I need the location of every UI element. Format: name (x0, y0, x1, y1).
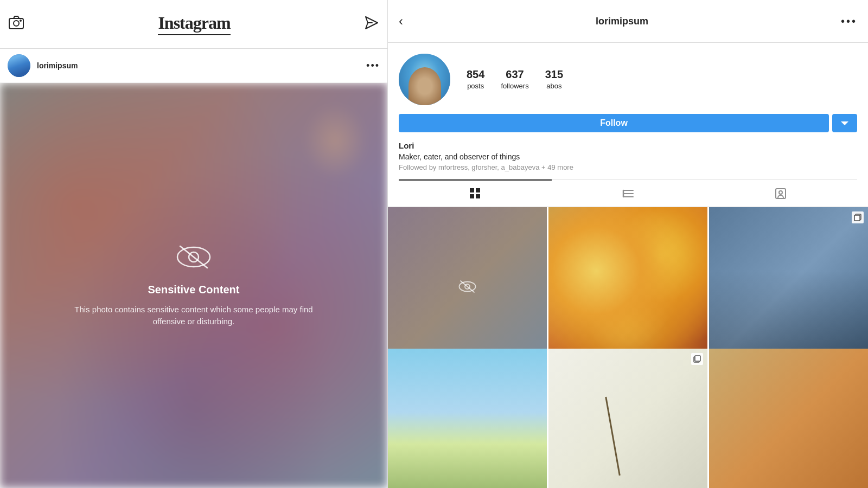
back-button[interactable]: ‹ (399, 14, 403, 29)
follow-button[interactable]: Follow (399, 114, 829, 132)
send-icon[interactable] (365, 16, 379, 33)
grid-item-landscape[interactable] (388, 349, 547, 488)
svg-marker-8 (841, 121, 848, 125)
svg-rect-12 (476, 194, 480, 198)
profile-bio: Maker, eater, and observer of things (399, 152, 857, 161)
grid-item-food[interactable] (548, 207, 707, 366)
camera-icon[interactable] (9, 15, 24, 33)
profile-section: 854 posts 637 followers 315 abos Follow (388, 43, 868, 207)
photo-grid (388, 207, 868, 488)
multi-photo-badge-2 (691, 353, 703, 365)
tagged-icon (774, 187, 787, 200)
grid-icon (469, 187, 482, 200)
multi-photo-icon (854, 214, 861, 221)
posts-label: posts (467, 82, 484, 90)
followers-count: 637 (501, 68, 528, 81)
followers-label: followers (501, 82, 528, 90)
profile-name: Lori (399, 141, 857, 150)
sensitive-description: This photo contains sensitive content wh… (69, 304, 318, 328)
stat-posts: 854 posts (467, 68, 484, 91)
sensitive-title: Sensitive Content (69, 284, 318, 296)
grid-item-group[interactable] (709, 207, 868, 366)
svg-point-18 (779, 191, 782, 194)
tab-list[interactable] (552, 179, 705, 207)
svg-rect-9 (470, 188, 474, 192)
grid-item-sensitive[interactable] (388, 207, 547, 366)
stat-following: 315 abos (545, 68, 563, 91)
posts-count: 854 (467, 68, 484, 81)
grid-item-food2[interactable] (709, 349, 868, 488)
following-count: 315 (545, 68, 563, 81)
post-more-button[interactable]: ••• (366, 60, 380, 72)
eye-slash-grid-icon (458, 280, 477, 293)
profile-top: 854 posts 637 followers 315 abos (399, 54, 857, 105)
eye-slash-icon (175, 243, 213, 271)
svg-point-1 (14, 21, 19, 26)
grid-item-plant[interactable] (548, 349, 707, 488)
svg-rect-11 (470, 194, 474, 198)
svg-rect-26 (695, 356, 700, 361)
post-avatar[interactable] (8, 54, 30, 77)
right-header: ‹ lorimipsum ••• (388, 0, 868, 43)
profile-avatar[interactable] (399, 54, 450, 105)
profile-followed-by: Followed by mfortress, gforsher, a_babay… (399, 163, 857, 171)
following-label: abos (546, 82, 561, 90)
left-panel: Instagram lorimipsum ••• Sensitive Co (0, 0, 388, 488)
profile-header-title: lorimipsum (596, 16, 648, 27)
stat-followers: 637 followers (501, 68, 528, 91)
logo-underline (158, 34, 230, 35)
profile-tabs (399, 179, 857, 207)
profile-actions: Follow (399, 114, 857, 132)
sensitive-content-box: Sensitive Content This photo contains se… (58, 233, 329, 339)
app-title: Instagram (158, 13, 230, 33)
left-header: Instagram (0, 0, 387, 49)
profile-info: Lori Maker, eater, and observer of thing… (399, 141, 857, 171)
instagram-logo-container: Instagram (158, 13, 230, 35)
list-icon (622, 187, 635, 200)
post-username[interactable]: lorimipsum (37, 61, 366, 70)
multi-photo-icon-2 (693, 355, 701, 363)
right-panel: ‹ lorimipsum ••• 854 posts 637 followers… (388, 0, 868, 488)
post-header: lorimipsum ••• (0, 49, 387, 83)
multi-photo-badge (852, 211, 864, 223)
tab-grid[interactable] (399, 179, 552, 207)
svg-rect-24 (854, 215, 860, 221)
header-more-button[interactable]: ••• (841, 15, 857, 28)
stats-row: 854 posts 637 followers 315 abos (467, 68, 857, 91)
sensitive-content-overlay: Sensitive Content This photo contains se… (0, 83, 387, 488)
tab-tagged[interactable] (704, 179, 857, 207)
chevron-down-icon (841, 120, 848, 126)
follow-dropdown-button[interactable] (832, 114, 857, 132)
svg-rect-10 (476, 188, 480, 192)
svg-point-2 (20, 20, 21, 21)
